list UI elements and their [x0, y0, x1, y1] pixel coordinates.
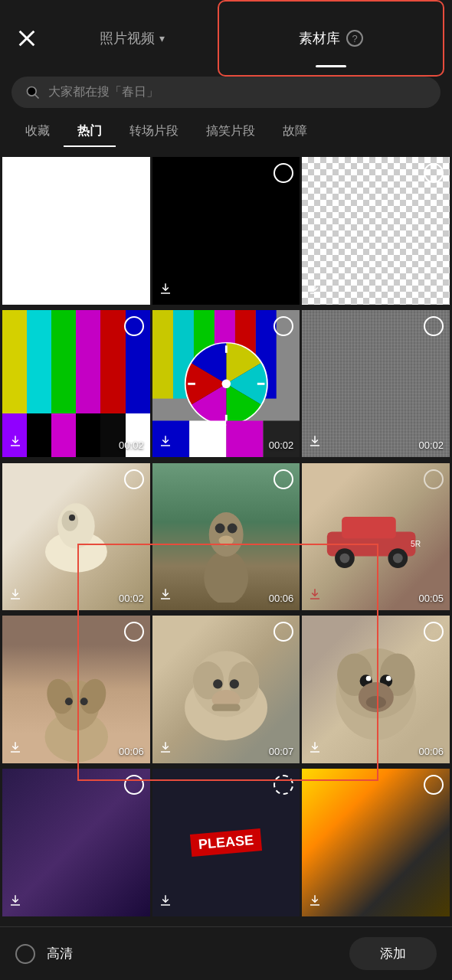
help-icon[interactable]: ?	[346, 30, 363, 47]
grid-item-6[interactable]: 00:02	[302, 310, 450, 458]
download-icon-4[interactable]	[8, 434, 22, 451]
dog1-thumb	[32, 660, 121, 763]
svg-point-38	[69, 515, 75, 521]
download-icon-13[interactable]	[8, 893, 22, 910]
grid-item-14[interactable]: PLEASE	[152, 769, 300, 916]
svg-point-82	[386, 676, 391, 681]
cat-tab-故障[interactable]: 故障	[269, 117, 321, 147]
tab-photos-label: 照片视频	[100, 29, 155, 47]
svg-rect-13	[152, 310, 173, 399]
bulldog-thumb	[167, 631, 285, 749]
svg-rect-28	[226, 420, 263, 457]
select-circle-3[interactable]	[424, 163, 444, 183]
download-icon-15[interactable]	[308, 893, 322, 910]
svg-point-43	[215, 524, 225, 534]
help-label: ?	[352, 33, 358, 44]
svg-rect-49	[342, 517, 396, 538]
svg-point-84	[366, 696, 386, 708]
grid-wrapper: 00:02	[0, 155, 452, 922]
add-button[interactable]: 添加	[349, 937, 437, 970]
cat-tab-favorites[interactable]: 收藏	[11, 117, 64, 147]
grid-item-5[interactable]: 00:02	[152, 310, 300, 458]
grid-item-3[interactable]	[302, 157, 450, 305]
download-icon-11[interactable]	[159, 740, 172, 757]
svg-rect-27	[189, 420, 226, 457]
select-circle-6[interactable]	[424, 316, 444, 336]
duration-12: 00:06	[418, 746, 444, 757]
svg-line-3	[35, 94, 39, 98]
grid-item-8[interactable]: 00:06	[152, 463, 300, 611]
header: 照片视频 ▾ 素材库 ?	[0, 0, 452, 77]
duration-11: 00:07	[269, 746, 294, 757]
duration-5: 00:02	[269, 439, 294, 451]
svg-point-37	[61, 511, 78, 531]
svg-point-41	[204, 550, 248, 603]
select-circle-4[interactable]	[124, 316, 144, 336]
select-circle-10[interactable]	[124, 622, 144, 642]
svg-point-53	[392, 554, 402, 564]
svg-point-42	[209, 512, 244, 557]
svg-point-62	[80, 697, 87, 705]
svg-point-51	[339, 554, 349, 564]
grid-item-11[interactable]: 00:07	[152, 616, 300, 763]
download-icon-9[interactable]	[308, 587, 322, 604]
duration-8: 00:06	[269, 593, 294, 604]
grid-item-9[interactable]: 5R 00:05	[302, 463, 450, 611]
marmot-thumb	[189, 491, 263, 603]
download-icon-5[interactable]	[159, 434, 172, 451]
select-circle-1[interactable]	[124, 163, 144, 183]
tab-photos[interactable]: 照片视频 ▾	[46, 0, 218, 77]
grid-item-2[interactable]	[152, 157, 300, 305]
download-icon-12[interactable]	[308, 740, 322, 757]
select-circle-5[interactable]	[273, 316, 293, 336]
select-circle-9[interactable]	[424, 469, 444, 489]
grid-item-15[interactable]	[302, 769, 450, 916]
cat-tab-popular[interactable]: 热门	[64, 117, 116, 147]
duration-9: 00:05	[418, 593, 444, 604]
duration-6: 00:02	[418, 439, 444, 451]
seagull-thumb	[25, 485, 128, 588]
close-button[interactable]	[8, 19, 46, 57]
svg-rect-72	[211, 704, 240, 710]
download-icon-7[interactable]	[8, 587, 22, 604]
search-bar[interactable]: 大家都在搜「春日」	[11, 77, 441, 108]
grid-item-1[interactable]	[2, 157, 150, 305]
svg-point-81	[366, 676, 372, 681]
hd-checkbox[interactable]	[15, 944, 35, 964]
grid-item-7[interactable]: 00:02	[2, 463, 150, 611]
grid-item-10[interactable]: 00:06	[2, 616, 150, 763]
pug-thumb	[313, 627, 439, 753]
hd-label: 高清	[47, 945, 73, 962]
duration-4: 00:02	[119, 439, 144, 451]
tab-material[interactable]: 素材库 ?	[218, 0, 444, 77]
grid-item-12[interactable]: 00:06	[302, 616, 450, 763]
select-circle-13[interactable]	[124, 775, 144, 795]
car-thumb: 5R	[317, 492, 435, 581]
select-circle-15[interactable]	[424, 775, 444, 795]
download-icon-6[interactable]	[308, 434, 322, 451]
svg-point-70	[230, 679, 239, 688]
select-circle-7[interactable]	[124, 469, 144, 489]
grid-item-4[interactable]: 00:02	[2, 310, 150, 458]
download-icon-3[interactable]	[308, 282, 322, 299]
svg-text:5R: 5R	[411, 540, 421, 548]
duration-10: 00:06	[119, 746, 144, 757]
download-icon-8[interactable]	[159, 587, 172, 604]
download-icon-2[interactable]	[159, 282, 172, 299]
download-icon-1[interactable]	[8, 282, 22, 299]
close-icon	[16, 28, 38, 49]
svg-point-25	[221, 379, 231, 388]
bottom-bar: 高清 添加	[0, 926, 452, 980]
category-tabs: 收藏 热门 转场片段 搞笑片段 故障	[0, 117, 452, 147]
cat-tab-funny[interactable]: 搞笑片段	[192, 117, 269, 147]
svg-point-69	[213, 679, 222, 688]
svg-point-61	[64, 697, 72, 705]
grid-item-13[interactable]	[2, 769, 150, 916]
cat-tab-transitions[interactable]: 转场片段	[116, 117, 192, 147]
download-icon-14[interactable]	[159, 893, 172, 910]
svg-point-44	[228, 524, 237, 534]
select-circle-8[interactable]	[273, 469, 293, 489]
search-placeholder: 大家都在搜「春日」	[48, 84, 159, 100]
download-icon-10[interactable]	[8, 740, 22, 757]
duration-7: 00:02	[119, 593, 144, 604]
